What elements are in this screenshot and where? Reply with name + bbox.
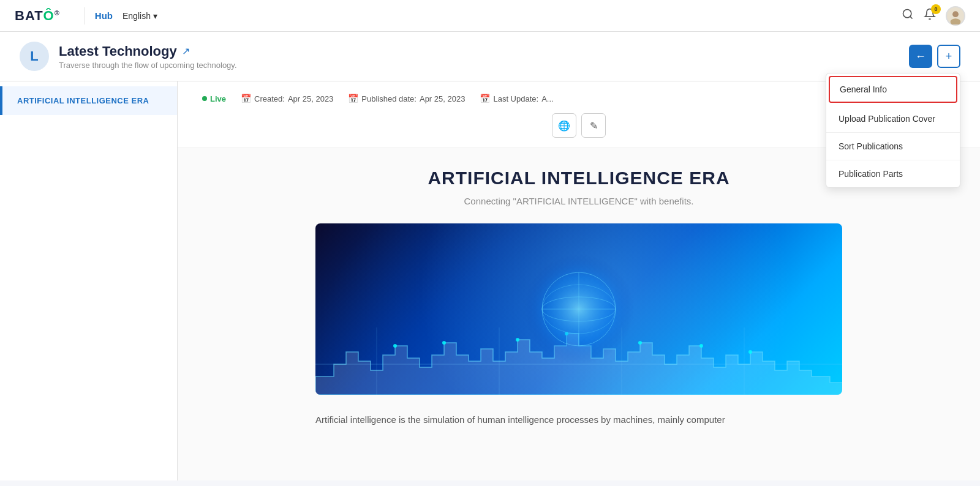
status-dot [202, 96, 207, 101]
last-update-date: 📅 Last Update: A... [480, 94, 553, 103]
nav-hub-link[interactable]: Hub [95, 10, 113, 21]
status-label: Live [210, 94, 226, 103]
published-date: 📅 Published date: Apr 25, 2023 [348, 94, 465, 103]
add-button[interactable]: + [937, 45, 960, 68]
article-paragraph: Artificial intelligence is the simulatio… [315, 412, 842, 428]
notification-badge: 0 [931, 4, 941, 14]
dropdown-item-general-info[interactable]: General Info [829, 76, 957, 103]
page-header: L Latest Technology ↗ Traverse through t… [0, 32, 980, 81]
logo-oi-text: Ô [43, 8, 55, 23]
back-button[interactable]: ← [909, 45, 932, 68]
dropdown-item-upload-cover[interactable]: Upload Publication Cover [826, 105, 960, 133]
pencil-icon: ✎ [590, 120, 598, 132]
logo[interactable]: BATÔ® [15, 8, 60, 24]
calendar-icon-published: 📅 [348, 94, 358, 103]
logo-bat-text: BAT [15, 8, 43, 23]
page-title: Latest Technology [59, 43, 177, 59]
article-subtitle: Connecting "ARTIFICIAL INTELLIGENCE" wit… [202, 196, 956, 206]
search-icon[interactable] [902, 8, 914, 23]
publication-info: L Latest Technology ↗ Traverse through t… [20, 42, 237, 71]
status-live: Live [202, 94, 226, 103]
logo-reg-text: ® [55, 9, 60, 16]
globe-icon: 🌐 [558, 120, 570, 132]
created-date: 📅 Created: Apr 25, 2023 [241, 94, 333, 103]
article-hero-image [315, 223, 842, 395]
publication-avatar: L [20, 42, 49, 71]
calendar-icon-created: 📅 [241, 94, 251, 103]
calendar-icon-update: 📅 [480, 94, 490, 103]
sidebar-item-ai-era[interactable]: ARTIFICIAL INTELLIGENCE ERA [0, 86, 177, 115]
sidebar: ARTIFICIAL INTELLIGENCE ERA [0, 81, 178, 480]
page-subtitle: Traverse through the flow of upcoming te… [59, 61, 237, 70]
dropdown-item-sort-publications[interactable]: Sort Publications [826, 133, 960, 160]
radial-glow-svg [518, 248, 640, 370]
dropdown-item-publication-parts[interactable]: Publication Parts [826, 160, 960, 187]
svg-point-15 [699, 344, 703, 348]
edit-button[interactable]: ✎ [581, 113, 606, 138]
nav-lang-selector[interactable]: English ▾ [123, 11, 157, 21]
navbar: BATÔ® Hub English ▾ 0 [0, 0, 980, 32]
globe-button[interactable]: 🌐 [552, 113, 576, 138]
svg-point-0 [903, 10, 911, 18]
svg-point-10 [393, 344, 397, 348]
svg-point-16 [748, 350, 752, 354]
article-body: ARTIFICIAL INTELLIGENCE ERA Connecting "… [178, 148, 980, 447]
bell-icon[interactable]: 0 [924, 8, 936, 23]
user-avatar[interactable] [946, 6, 965, 26]
svg-line-1 [910, 17, 913, 19]
svg-point-3 [952, 11, 959, 17]
header-actions: ← + General Info Upload Publication Cove… [909, 45, 960, 68]
nav-icons: 0 [902, 6, 965, 26]
dropdown-menu: General Info Upload Publication Cover So… [826, 73, 960, 188]
external-link-icon[interactable]: ↗ [182, 45, 190, 57]
svg-point-11 [442, 341, 446, 345]
nav-divider [85, 7, 85, 24]
